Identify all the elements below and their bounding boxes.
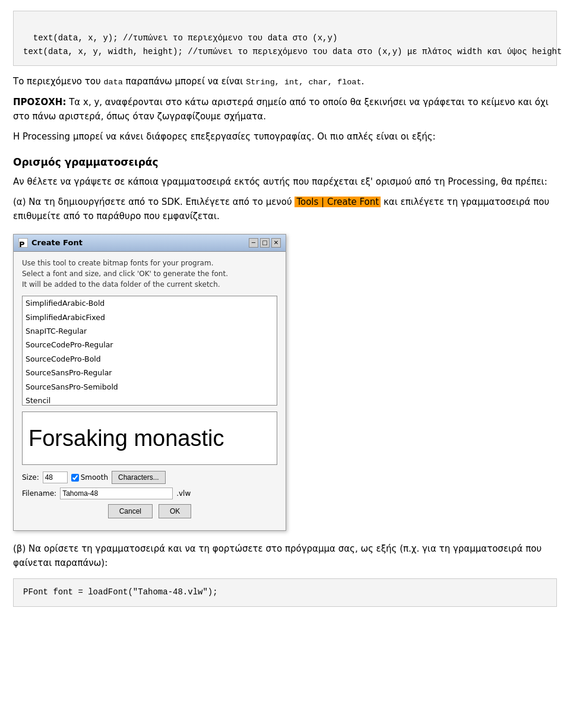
ok-button[interactable]: OK	[159, 504, 191, 518]
para-2: ΠΡΟΣΟΧΗ: Τα x, y, αναφέρονται στο κάτω α…	[13, 95, 557, 124]
para-1: Το περιεχόμενο του data παραπάνω μπορεί …	[13, 74, 557, 89]
filename-label: Filename:	[22, 488, 56, 499]
dialog-title-text: Create Font	[31, 237, 83, 249]
filename-ext: .vlw	[176, 488, 191, 499]
para1-code1: data	[103, 78, 122, 87]
para1-text2: παραπάνω μπορεί να είναι	[123, 76, 246, 87]
font-list-item[interactable]: Stencil	[23, 394, 277, 406]
dialog-wrapper: P Create Font − □ ✕ Use this tool to cre…	[13, 234, 557, 531]
close-button[interactable]: ✕	[271, 238, 281, 248]
filename-row: Filename: .vlw	[22, 488, 277, 499]
para1-text3: .	[362, 76, 365, 87]
para1-code2: String, int, char, float	[246, 78, 361, 87]
size-label: Size:	[22, 472, 39, 483]
dialog-title-icon: P	[18, 238, 28, 248]
create-font-dialog: P Create Font − □ ✕ Use this tool to cre…	[13, 234, 286, 531]
smooth-checkbox-label[interactable]: Smooth	[71, 472, 108, 483]
code-line-1: text(data, x, y); //τυπώνει το περιεχόμε…	[23, 33, 562, 56]
para-4: Αν θέλετε να γράψετε σε κάποια γραμματοσ…	[13, 175, 557, 189]
font-list-item[interactable]: SimplifiedArabic-Bold	[23, 296, 277, 310]
filename-input[interactable]	[60, 488, 173, 499]
dialog-controls[interactable]: − □ ✕	[249, 238, 281, 248]
para-6: (β) Να ορίσετε τη γραμματοσειρά και να τ…	[13, 542, 557, 570]
font-list-container[interactable]: SimplifiedArabic-Bold SimplifiedArabicFi…	[22, 296, 277, 406]
font-list-item[interactable]: SourceCodePro-Regular	[23, 338, 277, 352]
cancel-button[interactable]: Cancel	[108, 504, 153, 518]
font-list-item[interactable]: SourceSansPro-Semibold	[23, 380, 277, 394]
para1-text1: Το περιεχόμενο του	[13, 76, 103, 87]
size-input[interactable]	[43, 471, 68, 483]
font-preview-area: Forsaking monastic	[22, 412, 277, 465]
minimize-button[interactable]: −	[249, 238, 258, 248]
section-heading: Ορισμός γραμματοσειράς	[13, 154, 557, 170]
smooth-checkbox[interactable]	[71, 474, 79, 482]
dialog-body: Use this tool to create bitmap fonts for…	[14, 252, 286, 530]
minimize-icon: −	[251, 238, 256, 248]
font-list-item[interactable]: SourceCodePro-Bold	[23, 352, 277, 366]
para-5: (α) Να τη δημιουργήσετε από το SDK. Επιλ…	[13, 195, 557, 223]
code-block-1: text(data, x, y); //τυπώνει το περιεχόμε…	[13, 11, 557, 66]
close-icon: ✕	[274, 238, 278, 248]
para2-rest: Τα x, y, αναφέρονται στο κάτω αριστερά σ…	[13, 97, 549, 122]
tools-create-font-highlight: Tools | Create Font	[294, 197, 381, 207]
font-list-item[interactable]: SnapITC-Regular	[23, 324, 277, 338]
characters-button[interactable]: Characters...	[112, 471, 166, 484]
dialog-title: P Create Font	[18, 237, 83, 249]
smooth-label: Smooth	[81, 472, 108, 483]
para5-text-a: (α) Να τη δημιουργήσετε από το SDK. Επιλ…	[13, 197, 294, 207]
dialog-info-text: Use this tool to create bitmap fonts for…	[22, 258, 277, 290]
font-list-item[interactable]: SimplifiedArabicFixed	[23, 311, 277, 324]
font-list-item[interactable]: SourceSansPro-Regular	[23, 366, 277, 379]
para2-bold: ΠΡΟΣΟΧΗ:	[13, 97, 66, 107]
font-preview-text: Forsaking monastic	[28, 421, 224, 456]
maximize-button[interactable]: □	[260, 238, 270, 248]
dialog-footer: Cancel OK	[22, 504, 277, 524]
dialog-titlebar: P Create Font − □ ✕	[14, 235, 286, 252]
maximize-icon: □	[262, 238, 267, 248]
size-row: Size: Smooth Characters...	[22, 471, 277, 484]
para-3: Η Processing μπορεί να κάνει διάφορες επ…	[13, 129, 557, 144]
code-block-2: PFont font = loadFont("Tahoma-48.vlw");	[13, 578, 557, 607]
